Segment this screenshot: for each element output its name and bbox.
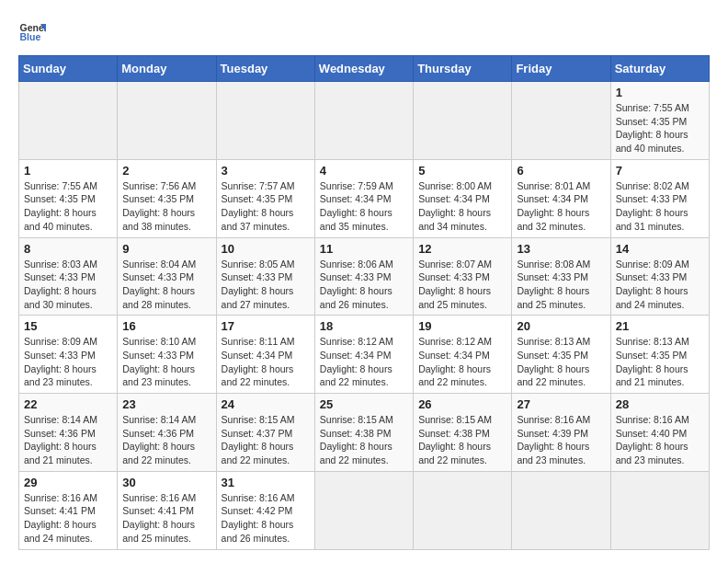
day-number: 13 — [517, 242, 605, 256]
header-tuesday: Tuesday — [216, 56, 314, 82]
calendar-week-row: 29 Sunrise: 8:16 AMSunset: 4:41 PMDaylig… — [19, 471, 710, 549]
header-saturday: Saturday — [610, 56, 709, 82]
day-content: Sunrise: 8:16 AMSunset: 4:42 PMDaylight:… — [222, 491, 310, 546]
calendar-cell: 12 Sunrise: 8:07 AMSunset: 4:33 PMDaylig… — [414, 237, 512, 316]
calendar-cell: 14 Sunrise: 8:09 AMSunset: 4:33 PMDaylig… — [610, 237, 709, 316]
day-content: Sunrise: 8:09 AMSunset: 4:33 PMDaylight:… — [24, 335, 112, 389]
day-number: 4 — [320, 164, 408, 178]
calendar-cell — [512, 82, 610, 160]
calendar-cell: 30 Sunrise: 8:16 AMSunset: 4:41 PMDaylig… — [118, 471, 216, 549]
header-thursday: Thursday — [414, 56, 512, 82]
day-content: Sunrise: 8:11 AMSunset: 4:34 PMDaylight:… — [222, 335, 310, 389]
day-number: 19 — [418, 319, 506, 333]
calendar-week-row: 1 Sunrise: 7:55 AMSunset: 4:35 PMDayligh… — [19, 159, 710, 237]
svg-text:Blue: Blue — [20, 31, 41, 42]
calendar-cell — [19, 82, 118, 160]
day-content: Sunrise: 7:55 AMSunset: 4:35 PMDaylight:… — [24, 179, 112, 234]
calendar-cell: 3 Sunrise: 7:57 AMSunset: 4:35 PMDayligh… — [216, 159, 314, 237]
calendar-cell: 24 Sunrise: 8:15 AMSunset: 4:37 PMDaylig… — [216, 394, 314, 472]
day-content: Sunrise: 8:12 AMSunset: 4:34 PMDaylight:… — [418, 335, 506, 389]
day-content: Sunrise: 8:16 AMSunset: 4:39 PMDaylight:… — [517, 413, 605, 467]
calendar-cell: 8 Sunrise: 8:03 AMSunset: 4:33 PMDayligh… — [19, 237, 118, 316]
logo-icon: General Blue — [18, 18, 46, 46]
day-content: Sunrise: 8:00 AMSunset: 4:34 PMDaylight:… — [418, 179, 506, 234]
calendar-cell: 28 Sunrise: 8:16 AMSunset: 4:40 PMDaylig… — [610, 394, 709, 472]
calendar-cell: 9 Sunrise: 8:04 AMSunset: 4:33 PMDayligh… — [118, 237, 216, 316]
day-content: Sunrise: 8:02 AMSunset: 4:33 PMDaylight:… — [616, 179, 704, 234]
day-number: 24 — [222, 397, 310, 411]
day-content: Sunrise: 8:16 AMSunset: 4:41 PMDaylight:… — [122, 491, 210, 546]
calendar-cell — [512, 471, 610, 549]
calendar-header-row: SundayMondayTuesdayWednesdayThursdayFrid… — [19, 56, 710, 82]
calendar-cell: 20 Sunrise: 8:13 AMSunset: 4:35 PMDaylig… — [512, 316, 610, 394]
page-header: General Blue — [18, 18, 710, 46]
calendar-week-row: 8 Sunrise: 8:03 AMSunset: 4:33 PMDayligh… — [19, 237, 710, 316]
day-number: 21 — [616, 319, 704, 333]
calendar-cell: 22 Sunrise: 8:14 AMSunset: 4:36 PMDaylig… — [19, 394, 118, 472]
day-content: Sunrise: 8:14 AMSunset: 4:36 PMDaylight:… — [24, 413, 112, 467]
day-number: 16 — [122, 319, 210, 333]
calendar-cell: 29 Sunrise: 8:16 AMSunset: 4:41 PMDaylig… — [19, 471, 118, 549]
calendar-cell: 1 Sunrise: 7:55 AMSunset: 4:35 PMDayligh… — [19, 159, 118, 237]
calendar-cell: 17 Sunrise: 8:11 AMSunset: 4:34 PMDaylig… — [216, 316, 314, 394]
day-content: Sunrise: 8:13 AMSunset: 4:35 PMDaylight:… — [517, 335, 605, 389]
day-content: Sunrise: 8:03 AMSunset: 4:33 PMDaylight:… — [24, 258, 112, 312]
day-number: 10 — [222, 242, 310, 256]
day-number: 3 — [222, 164, 310, 178]
day-number: 27 — [517, 397, 605, 411]
calendar-cell — [414, 82, 512, 160]
day-content: Sunrise: 8:15 AMSunset: 4:38 PMDaylight:… — [320, 413, 408, 467]
day-number: 11 — [320, 242, 408, 256]
calendar-cell: 18 Sunrise: 8:12 AMSunset: 4:34 PMDaylig… — [314, 316, 413, 394]
day-number: 8 — [24, 242, 112, 256]
calendar-cell: 19 Sunrise: 8:12 AMSunset: 4:34 PMDaylig… — [414, 316, 512, 394]
day-content: Sunrise: 8:07 AMSunset: 4:33 PMDaylight:… — [418, 258, 506, 312]
day-number: 25 — [320, 397, 408, 411]
day-number: 26 — [418, 397, 506, 411]
day-number: 29 — [24, 476, 112, 489]
day-number: 23 — [122, 397, 210, 411]
day-content: Sunrise: 8:13 AMSunset: 4:35 PMDaylight:… — [616, 335, 704, 389]
header-sunday: Sunday — [19, 56, 118, 82]
calendar-cell — [118, 82, 216, 160]
day-content: Sunrise: 8:09 AMSunset: 4:33 PMDaylight:… — [616, 258, 704, 312]
day-number: 12 — [418, 242, 506, 256]
day-number: 31 — [222, 476, 310, 489]
day-number: 2 — [122, 164, 210, 178]
day-number: 6 — [517, 164, 605, 178]
calendar-cell — [414, 471, 512, 549]
calendar-cell: 6 Sunrise: 8:01 AMSunset: 4:34 PMDayligh… — [512, 159, 610, 237]
day-content: Sunrise: 7:59 AMSunset: 4:34 PMDaylight:… — [320, 179, 408, 234]
header-friday: Friday — [512, 56, 610, 82]
calendar-cell: 21 Sunrise: 8:13 AMSunset: 4:35 PMDaylig… — [610, 316, 709, 394]
calendar-cell: 27 Sunrise: 8:16 AMSunset: 4:39 PMDaylig… — [512, 394, 610, 472]
day-number: 20 — [517, 319, 605, 333]
day-content: Sunrise: 8:12 AMSunset: 4:34 PMDaylight:… — [320, 335, 408, 389]
header-wednesday: Wednesday — [314, 56, 413, 82]
calendar-cell — [216, 82, 314, 160]
logo: General Blue — [18, 18, 50, 46]
calendar-cell — [314, 471, 413, 549]
calendar-cell: 11 Sunrise: 8:06 AMSunset: 4:33 PMDaylig… — [314, 237, 413, 316]
day-content: Sunrise: 7:56 AMSunset: 4:35 PMDaylight:… — [122, 179, 210, 234]
calendar-cell: 5 Sunrise: 8:00 AMSunset: 4:34 PMDayligh… — [414, 159, 512, 237]
day-number: 15 — [24, 319, 112, 333]
day-content: Sunrise: 7:55 AMSunset: 4:35 PMDaylight:… — [616, 101, 704, 155]
calendar-cell — [610, 471, 709, 549]
day-content: Sunrise: 8:16 AMSunset: 4:40 PMDaylight:… — [616, 413, 704, 467]
day-number: 14 — [616, 242, 704, 256]
calendar-cell: 25 Sunrise: 8:15 AMSunset: 4:38 PMDaylig… — [314, 394, 413, 472]
calendar-table: SundayMondayTuesdayWednesdayThursdayFrid… — [18, 55, 710, 550]
calendar-cell: 10 Sunrise: 8:05 AMSunset: 4:33 PMDaylig… — [216, 237, 314, 316]
header-monday: Monday — [118, 56, 216, 82]
calendar-week-row: 15 Sunrise: 8:09 AMSunset: 4:33 PMDaylig… — [19, 316, 710, 394]
day-content: Sunrise: 8:05 AMSunset: 4:33 PMDaylight:… — [222, 258, 310, 312]
day-content: Sunrise: 8:14 AMSunset: 4:36 PMDaylight:… — [122, 413, 210, 467]
day-content: Sunrise: 8:16 AMSunset: 4:41 PMDaylight:… — [24, 491, 112, 546]
day-number: 7 — [616, 164, 704, 178]
day-number: 1 — [24, 164, 112, 178]
day-number: 17 — [222, 319, 310, 333]
calendar-cell: 4 Sunrise: 7:59 AMSunset: 4:34 PMDayligh… — [314, 159, 413, 237]
calendar-cell: 1 Sunrise: 7:55 AMSunset: 4:35 PMDayligh… — [610, 82, 709, 160]
day-content: Sunrise: 7:57 AMSunset: 4:35 PMDaylight:… — [222, 179, 310, 234]
